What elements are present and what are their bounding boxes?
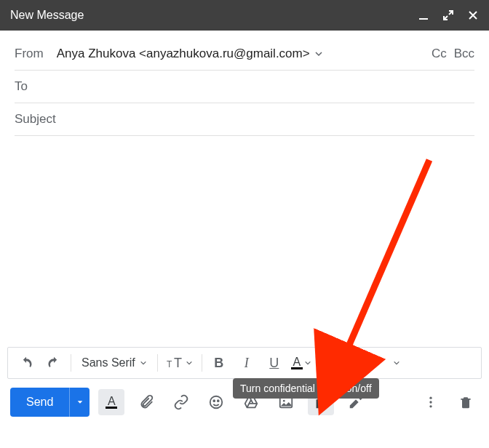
svg-text:3: 3 (358, 364, 361, 369)
chevron-down-icon (338, 359, 346, 367)
send-button-group: Send (10, 388, 90, 417)
formatting-options-button[interactable]: A (98, 389, 124, 415)
subject-row[interactable]: Subject (15, 103, 474, 136)
formatting-toolbar: Sans Serif TT B I U A 123 (7, 347, 482, 379)
close-icon[interactable] (467, 9, 479, 21)
chevron-down-icon (304, 359, 311, 367)
separator (202, 354, 202, 372)
more-formatting-button[interactable] (386, 352, 408, 374)
svg-text:T: T (174, 356, 182, 370)
svg-rect-4 (325, 362, 332, 364)
to-label: To (15, 79, 474, 94)
to-row[interactable]: To (15, 71, 474, 103)
minimize-icon[interactable] (418, 9, 429, 21)
insert-emoji-icon[interactable] (203, 389, 229, 415)
from-value: Anya Zhukova <anyazhukova.ru@gmail.com> (57, 47, 310, 61)
subject-placeholder: Subject (15, 112, 474, 127)
text-color-button[interactable]: A (291, 352, 311, 374)
align-button[interactable] (324, 352, 346, 374)
list-button[interactable]: 123 (358, 352, 380, 374)
send-button[interactable]: Send (10, 388, 69, 417)
action-bar: Send A (0, 379, 489, 425)
svg-rect-7 (362, 358, 370, 359)
svg-point-12 (210, 396, 223, 409)
insert-signature-icon[interactable] (343, 389, 369, 415)
bcc-button[interactable]: Bcc (454, 47, 474, 61)
svg-point-18 (429, 397, 432, 399)
drive-icon[interactable] (238, 389, 264, 415)
expand-icon[interactable] (442, 9, 454, 21)
more-options-icon[interactable] (418, 389, 444, 415)
undo-icon[interactable] (15, 352, 37, 374)
send-options-button[interactable] (69, 388, 90, 417)
svg-point-16 (283, 400, 285, 402)
window-title: New Message (10, 9, 418, 22)
italic-button[interactable]: I (236, 352, 258, 374)
svg-point-14 (218, 400, 219, 401)
attach-file-icon[interactable] (133, 389, 159, 415)
from-row[interactable]: From Anya Zhukova <anyazhukova.ru@gmail.… (15, 38, 474, 71)
font-size-selector[interactable]: TT (164, 352, 196, 374)
chevron-down-icon (373, 359, 380, 367)
separator (317, 354, 318, 372)
chevron-down-icon (186, 359, 193, 367)
chevron-down-icon[interactable] (314, 49, 323, 58)
svg-text:T: T (167, 359, 172, 369)
bold-button[interactable]: B (208, 352, 230, 374)
svg-point-19 (429, 401, 432, 403)
underline-button[interactable]: U (263, 352, 285, 374)
svg-point-20 (429, 405, 432, 407)
svg-rect-0 (419, 18, 428, 20)
compose-fields: From Anya Zhukova <anyazhukova.ru@gmail.… (0, 31, 489, 136)
svg-point-13 (214, 400, 215, 401)
font-family-label: Sans Serif (82, 356, 135, 369)
confidential-mode-icon[interactable] (308, 389, 334, 415)
window-controls (418, 9, 479, 21)
separator (351, 354, 352, 372)
separator (157, 354, 158, 372)
svg-rect-5 (325, 366, 335, 367)
message-body[interactable] (0, 136, 489, 347)
from-label: From (15, 47, 44, 61)
compose-titlebar: New Message (0, 0, 489, 31)
cc-button[interactable]: Cc (432, 47, 447, 61)
discard-draft-icon[interactable] (453, 389, 479, 415)
font-family-selector[interactable]: Sans Serif (77, 356, 151, 369)
insert-photo-icon[interactable] (273, 389, 299, 415)
svg-rect-3 (325, 359, 335, 360)
svg-rect-11 (362, 365, 370, 367)
chevron-down-icon (140, 359, 147, 367)
insert-link-icon[interactable] (168, 389, 194, 415)
redo-icon[interactable] (43, 352, 65, 374)
svg-rect-9 (362, 361, 370, 363)
separator (71, 354, 71, 372)
